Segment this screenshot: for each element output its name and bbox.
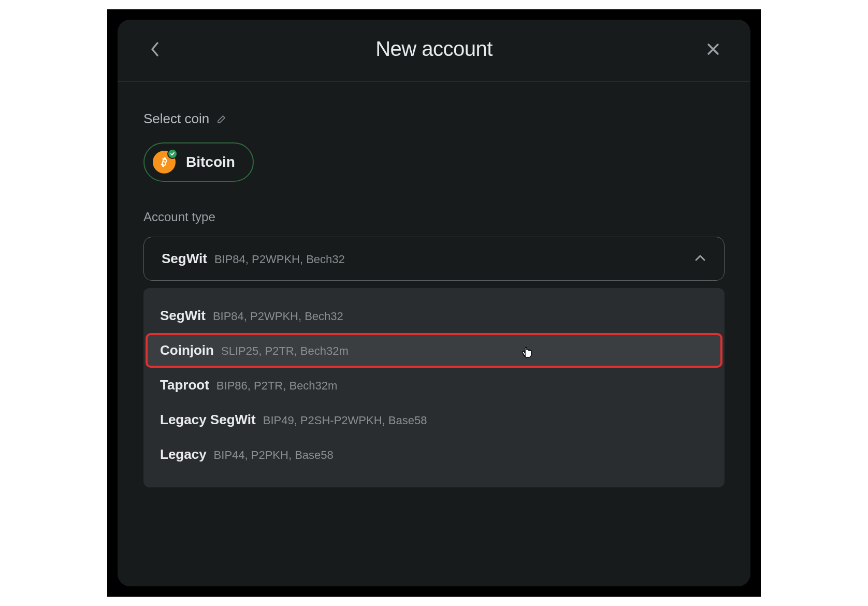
option-detail: SLIP25, P2TR, Bech32m	[221, 344, 349, 358]
account-type-label: Account type	[143, 210, 725, 224]
check-badge-icon	[167, 149, 178, 159]
account-type-dropdown: SegWitBIP84, P2WPKH, Bech32CoinjoinSLIP2…	[143, 288, 725, 487]
option-name: Legacy	[160, 446, 207, 463]
coin-icon-wrap: ₿	[153, 151, 176, 174]
chevron-left-icon	[150, 41, 160, 57]
select-coin-label-row: Select coin	[143, 111, 725, 127]
close-icon	[706, 42, 720, 56]
select-value-name: SegWit	[162, 251, 207, 267]
close-button[interactable]	[702, 38, 725, 61]
account-type-option[interactable]: TaprootBIP86, P2TR, Bech32m	[148, 368, 720, 402]
account-type-option[interactable]: CoinjoinSLIP25, P2TR, Bech32m	[146, 333, 722, 368]
svg-text:₿: ₿	[160, 155, 168, 168]
new-account-modal: New account Select coin	[118, 20, 750, 586]
window-frame: New account Select coin	[107, 9, 761, 597]
back-button[interactable]	[143, 38, 166, 61]
account-type-option[interactable]: SegWitBIP84, P2WPKH, Bech32	[148, 298, 720, 333]
option-detail: BIP86, P2TR, Bech32m	[216, 379, 338, 393]
chevron-up-icon	[694, 254, 706, 264]
select-value: SegWit BIP84, P2WPKH, Bech32	[162, 251, 345, 267]
option-name: Taproot	[160, 377, 209, 393]
option-detail: BIP49, P2SH-P2WPKH, Base58	[263, 414, 427, 427]
option-name: Legacy SegWit	[160, 412, 256, 428]
select-value-detail: BIP84, P2WPKH, Bech32	[214, 253, 345, 266]
pointer-cursor-icon	[520, 343, 535, 358]
option-name: SegWit	[160, 308, 206, 324]
option-name: Coinjoin	[160, 342, 214, 358]
coin-chip-bitcoin[interactable]: ₿ Bitcoin	[143, 142, 254, 182]
option-detail: BIP44, P2PKH, Base58	[214, 449, 334, 462]
modal-body: Select coin ₿	[118, 82, 750, 487]
modal-title: New account	[375, 37, 493, 61]
coin-name: Bitcoin	[186, 154, 235, 170]
account-type-option[interactable]: Legacy SegWitBIP49, P2SH-P2WPKH, Base58	[148, 402, 720, 437]
account-type-select[interactable]: SegWit BIP84, P2WPKH, Bech32	[143, 237, 725, 281]
pencil-icon[interactable]	[216, 114, 227, 124]
modal-header: New account	[118, 20, 750, 82]
select-coin-label: Select coin	[143, 111, 209, 127]
option-detail: BIP84, P2WPKH, Bech32	[213, 310, 343, 323]
account-type-option[interactable]: LegacyBIP44, P2PKH, Base58	[148, 437, 720, 472]
